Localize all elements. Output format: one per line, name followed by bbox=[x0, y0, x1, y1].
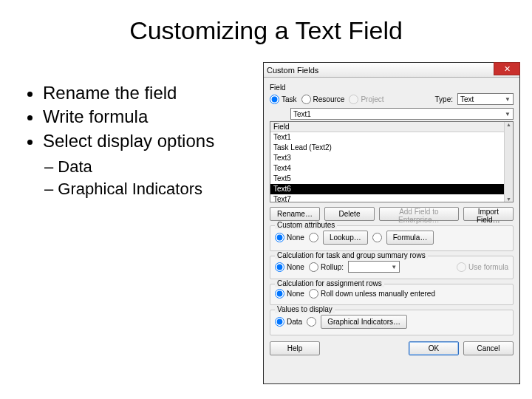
chevron-down-icon: ▼ bbox=[505, 111, 511, 117]
custom-fields-dialog: Custom Fields Field Task Resource Projec… bbox=[263, 62, 520, 384]
calc-rows-group: Calculation for task and group summary r… bbox=[270, 256, 514, 279]
help-button[interactable]: Help bbox=[270, 341, 320, 355]
list-item[interactable]: Text4 bbox=[270, 163, 513, 174]
close-icon[interactable] bbox=[494, 62, 520, 75]
bullet-formula: Write formula bbox=[43, 105, 214, 129]
slide-title: Customizing a Text Field bbox=[0, 16, 532, 45]
graphical-indicators-button[interactable]: Graphical Indicators… bbox=[321, 315, 407, 329]
bullet-rename: Rename the field bbox=[43, 81, 214, 105]
calc-assign-legend: Calculation for assignment rows bbox=[275, 279, 384, 287]
custom-attributes-group: Custom attributes None Lookup… Formula… bbox=[270, 225, 514, 251]
dialog-titlebar: Custom Fields bbox=[264, 63, 519, 78]
radio-none-calc[interactable]: None bbox=[275, 262, 304, 272]
type-label: Type: bbox=[435, 95, 453, 103]
values-display-group: Values to display Data Graphical Indicat… bbox=[270, 310, 514, 335]
ok-button[interactable]: OK bbox=[409, 341, 459, 355]
slide-body: Rename the field Write formula Select di… bbox=[24, 81, 214, 200]
listbox-header: Field bbox=[270, 122, 513, 132]
add-enterprise-button[interactable]: Add Field to Enterprise… bbox=[379, 207, 459, 221]
radio-project[interactable]: Project bbox=[349, 95, 383, 104]
list-item-selected[interactable]: Text6 bbox=[270, 184, 513, 194]
subbullet-graphical: Graphical Indicators bbox=[44, 178, 214, 200]
field-combo-value: Text1 bbox=[293, 110, 311, 118]
type-dropdown[interactable]: Text ▼ bbox=[457, 93, 514, 105]
radio-task[interactable]: Task bbox=[270, 95, 297, 104]
list-item[interactable]: Text3 bbox=[270, 153, 513, 163]
chevron-down-icon: ▼ bbox=[391, 264, 397, 270]
rename-button[interactable]: Rename… bbox=[270, 207, 320, 221]
import-field-button[interactable]: Import Field… bbox=[463, 207, 514, 221]
type-dropdown-value: Text bbox=[460, 95, 474, 103]
field-combo[interactable]: Text1 ▼ bbox=[290, 108, 514, 120]
values-display-legend: Values to display bbox=[275, 305, 335, 313]
cancel-button[interactable]: Cancel bbox=[463, 341, 514, 355]
bullet-display: Select display options bbox=[43, 129, 214, 153]
field-section-label: Field bbox=[270, 83, 514, 92]
radio-lookup[interactable] bbox=[309, 233, 318, 242]
radio-none-assign[interactable]: None bbox=[275, 289, 304, 299]
radio-rolldown[interactable]: Roll down unless manually entered bbox=[309, 289, 435, 299]
list-item[interactable]: Text1 bbox=[270, 132, 513, 143]
radio-resource[interactable]: Resource bbox=[301, 95, 345, 104]
list-item[interactable]: Text7 bbox=[270, 194, 513, 202]
formula-button[interactable]: Formula… bbox=[386, 231, 434, 245]
radio-use-formula[interactable]: Use formula bbox=[457, 262, 508, 272]
radio-data[interactable]: Data bbox=[275, 317, 302, 327]
dialog-title: Custom Fields bbox=[267, 66, 318, 75]
custom-attributes-legend: Custom attributes bbox=[275, 221, 337, 229]
list-item[interactable]: Text5 bbox=[270, 174, 513, 184]
lookup-button[interactable]: Lookup… bbox=[323, 231, 368, 245]
field-scope-row: Task Resource Project Type: Text ▼ bbox=[270, 93, 514, 105]
radio-none-attr[interactable]: None bbox=[275, 233, 304, 242]
delete-button[interactable]: Delete bbox=[324, 207, 375, 221]
radio-graphical[interactable] bbox=[307, 317, 316, 327]
chevron-down-icon: ▼ bbox=[505, 96, 511, 103]
field-listbox[interactable]: Field Text1 Task Lead (Text2) Text3 Text… bbox=[270, 121, 514, 202]
calc-rows-legend: Calculation for task and group summary r… bbox=[275, 251, 428, 259]
scrollbar[interactable] bbox=[504, 122, 513, 202]
list-item[interactable]: Task Lead (Text2) bbox=[270, 143, 513, 153]
calc-assign-group: Calculation for assignment rows None Rol… bbox=[270, 284, 514, 305]
rollup-dropdown[interactable]: ▼ bbox=[348, 261, 400, 273]
radio-rollup[interactable]: Rollup: bbox=[309, 262, 344, 272]
radio-formula[interactable] bbox=[372, 233, 382, 242]
subbullet-data: Data bbox=[44, 156, 214, 178]
